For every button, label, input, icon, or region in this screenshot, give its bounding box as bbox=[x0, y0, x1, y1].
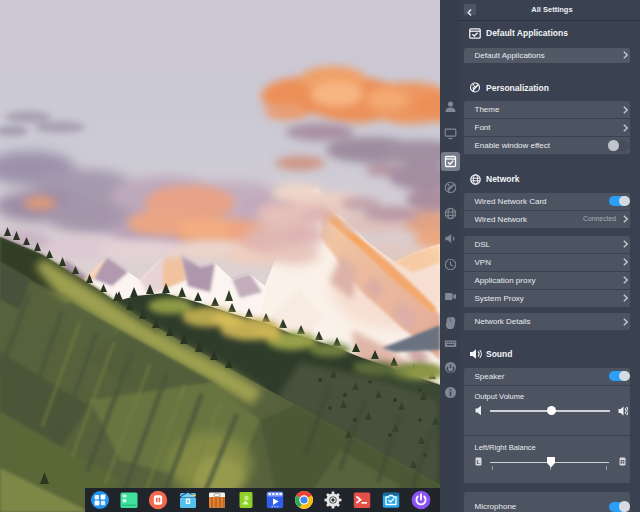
svg-text:L: L bbox=[476, 458, 480, 465]
svg-text:R: R bbox=[620, 458, 625, 465]
